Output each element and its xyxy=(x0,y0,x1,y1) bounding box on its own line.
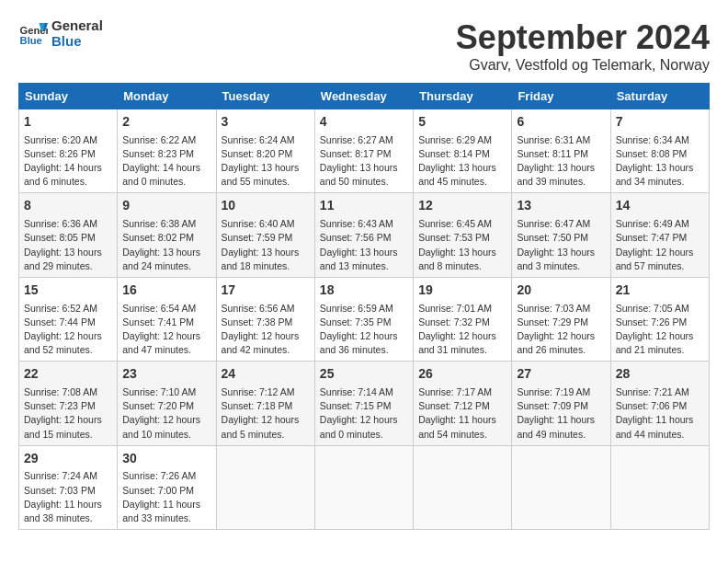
calendar-cell: 14Sunrise: 6:49 AMSunset: 7:47 PMDayligh… xyxy=(610,193,709,277)
calendar-cell: 19Sunrise: 7:01 AMSunset: 7:32 PMDayligh… xyxy=(414,277,512,361)
calendar-table: SundayMondayTuesdayWednesdayThursdayFrid… xyxy=(18,83,710,530)
day-number: 3 xyxy=(222,113,310,132)
calendar-cell: 4Sunrise: 6:27 AMSunset: 8:17 PMDaylight… xyxy=(314,109,413,193)
calendar-cell xyxy=(414,445,512,529)
calendar-cell: 12Sunrise: 6:45 AMSunset: 7:53 PMDayligh… xyxy=(414,193,512,277)
calendar-cell: 10Sunrise: 6:40 AMSunset: 7:59 PMDayligh… xyxy=(216,193,314,277)
day-number: 5 xyxy=(418,113,506,132)
calendar-cell: 9Sunrise: 6:38 AMSunset: 8:02 PMDaylight… xyxy=(118,193,216,277)
day-number: 12 xyxy=(418,197,506,215)
day-info: Sunrise: 7:10 AMSunset: 7:20 PMDaylight:… xyxy=(122,385,210,442)
calendar-cell: 3Sunrise: 6:24 AMSunset: 8:20 PMDaylight… xyxy=(216,109,314,193)
day-info: Sunrise: 6:54 AMSunset: 7:41 PMDaylight:… xyxy=(122,302,210,358)
calendar-cell: 18Sunrise: 6:59 AMSunset: 7:35 PMDayligh… xyxy=(314,277,413,361)
location-title: Gvarv, Vestfold og Telemark, Norway xyxy=(456,57,710,74)
day-info: Sunrise: 6:47 AMSunset: 7:50 PMDaylight:… xyxy=(517,217,605,273)
day-number: 25 xyxy=(320,365,408,384)
calendar-cell: 29Sunrise: 7:24 AMSunset: 7:03 PMDayligh… xyxy=(19,445,118,529)
day-info: Sunrise: 7:21 AMSunset: 7:06 PMDaylight:… xyxy=(616,385,704,442)
day-info: Sunrise: 6:31 AMSunset: 8:11 PMDaylight:… xyxy=(517,133,605,190)
day-info: Sunrise: 7:03 AMSunset: 7:29 PMDaylight:… xyxy=(517,302,605,358)
day-number: 21 xyxy=(616,282,704,300)
weekday-header-thursday: Thursday xyxy=(414,84,512,109)
day-info: Sunrise: 6:49 AMSunset: 7:47 PMDaylight:… xyxy=(616,217,704,273)
day-number: 4 xyxy=(320,113,408,132)
svg-text:Blue: Blue xyxy=(20,35,42,46)
calendar-cell: 30Sunrise: 7:26 AMSunset: 7:00 PMDayligh… xyxy=(118,445,216,529)
day-info: Sunrise: 6:36 AMSunset: 8:05 PMDaylight:… xyxy=(24,217,112,273)
title-block: September 2024 Gvarv, Vestfold og Telema… xyxy=(456,18,710,74)
week-row-3: 15Sunrise: 6:52 AMSunset: 7:44 PMDayligh… xyxy=(19,277,710,361)
week-row-1: 1Sunrise: 6:20 AMSunset: 8:26 PMDaylight… xyxy=(19,109,710,193)
day-number: 16 xyxy=(122,282,210,300)
day-info: Sunrise: 7:12 AMSunset: 7:18 PMDaylight:… xyxy=(222,385,310,442)
calendar-cell: 23Sunrise: 7:10 AMSunset: 7:20 PMDayligh… xyxy=(118,362,216,445)
calendar-cell: 25Sunrise: 7:14 AMSunset: 7:15 PMDayligh… xyxy=(314,362,413,445)
calendar-cell: 22Sunrise: 7:08 AMSunset: 7:23 PMDayligh… xyxy=(19,362,118,445)
day-info: Sunrise: 6:43 AMSunset: 7:56 PMDaylight:… xyxy=(320,217,408,273)
day-number: 8 xyxy=(24,197,112,215)
logo-icon: General Blue xyxy=(18,19,48,49)
calendar-cell xyxy=(314,445,413,529)
day-number: 11 xyxy=(320,197,408,215)
calendar-cell: 7Sunrise: 6:34 AMSunset: 8:08 PMDaylight… xyxy=(610,109,709,193)
day-number: 10 xyxy=(222,197,310,215)
logo: General Blue General Blue xyxy=(18,18,103,49)
day-info: Sunrise: 6:59 AMSunset: 7:35 PMDaylight:… xyxy=(320,302,408,358)
day-number: 18 xyxy=(320,282,408,300)
day-info: Sunrise: 7:17 AMSunset: 7:12 PMDaylight:… xyxy=(418,385,506,442)
day-number: 13 xyxy=(517,197,605,215)
calendar-cell: 2Sunrise: 6:22 AMSunset: 8:23 PMDaylight… xyxy=(118,109,216,193)
calendar-cell: 26Sunrise: 7:17 AMSunset: 7:12 PMDayligh… xyxy=(414,362,512,445)
day-info: Sunrise: 7:19 AMSunset: 7:09 PMDaylight:… xyxy=(517,385,605,442)
calendar-cell: 21Sunrise: 7:05 AMSunset: 7:26 PMDayligh… xyxy=(610,277,709,361)
calendar-cell: 15Sunrise: 6:52 AMSunset: 7:44 PMDayligh… xyxy=(19,277,118,361)
day-number: 24 xyxy=(222,365,310,384)
day-info: Sunrise: 6:22 AMSunset: 8:23 PMDaylight:… xyxy=(122,133,210,190)
day-number: 7 xyxy=(616,113,704,132)
day-number: 19 xyxy=(418,282,506,300)
day-info: Sunrise: 7:05 AMSunset: 7:26 PMDaylight:… xyxy=(616,302,704,358)
day-info: Sunrise: 6:20 AMSunset: 8:26 PMDaylight:… xyxy=(24,133,112,190)
day-info: Sunrise: 7:01 AMSunset: 7:32 PMDaylight:… xyxy=(418,302,506,358)
day-number: 22 xyxy=(24,365,112,384)
day-info: Sunrise: 6:56 AMSunset: 7:38 PMDaylight:… xyxy=(222,302,310,358)
day-number: 17 xyxy=(222,282,310,300)
day-number: 29 xyxy=(24,450,112,468)
weekday-header-wednesday: Wednesday xyxy=(314,84,413,109)
day-info: Sunrise: 7:26 AMSunset: 7:00 PMDaylight:… xyxy=(122,469,210,525)
day-info: Sunrise: 6:34 AMSunset: 8:08 PMDaylight:… xyxy=(616,133,704,190)
day-number: 27 xyxy=(517,365,605,384)
calendar-cell: 11Sunrise: 6:43 AMSunset: 7:56 PMDayligh… xyxy=(314,193,413,277)
day-info: Sunrise: 6:24 AMSunset: 8:20 PMDaylight:… xyxy=(222,133,310,190)
weekday-header-friday: Friday xyxy=(512,84,610,109)
weekday-header-saturday: Saturday xyxy=(610,84,709,109)
week-row-5: 29Sunrise: 7:24 AMSunset: 7:03 PMDayligh… xyxy=(19,445,710,529)
calendar-cell: 20Sunrise: 7:03 AMSunset: 7:29 PMDayligh… xyxy=(512,277,610,361)
calendar-cell: 27Sunrise: 7:19 AMSunset: 7:09 PMDayligh… xyxy=(512,362,610,445)
day-number: 15 xyxy=(24,282,112,300)
calendar-cell: 6Sunrise: 6:31 AMSunset: 8:11 PMDaylight… xyxy=(512,109,610,193)
day-number: 26 xyxy=(418,365,506,384)
weekday-header-sunday: Sunday xyxy=(19,84,118,109)
day-info: Sunrise: 6:27 AMSunset: 8:17 PMDaylight:… xyxy=(320,133,408,190)
calendar-cell: 17Sunrise: 6:56 AMSunset: 7:38 PMDayligh… xyxy=(216,277,314,361)
calendar-cell: 16Sunrise: 6:54 AMSunset: 7:41 PMDayligh… xyxy=(118,277,216,361)
calendar-cell xyxy=(216,445,314,529)
day-info: Sunrise: 7:24 AMSunset: 7:03 PMDaylight:… xyxy=(24,469,112,525)
week-row-2: 8Sunrise: 6:36 AMSunset: 8:05 PMDaylight… xyxy=(19,193,710,277)
day-number: 28 xyxy=(616,365,704,384)
day-number: 30 xyxy=(122,450,210,468)
day-number: 14 xyxy=(616,197,704,215)
day-info: Sunrise: 6:45 AMSunset: 7:53 PMDaylight:… xyxy=(418,217,506,273)
day-number: 1 xyxy=(24,113,112,132)
day-number: 9 xyxy=(122,197,210,215)
day-info: Sunrise: 6:40 AMSunset: 7:59 PMDaylight:… xyxy=(222,217,310,273)
calendar-cell: 1Sunrise: 6:20 AMSunset: 8:26 PMDaylight… xyxy=(19,109,118,193)
day-info: Sunrise: 7:08 AMSunset: 7:23 PMDaylight:… xyxy=(24,385,112,442)
day-number: 6 xyxy=(517,113,605,132)
calendar-cell xyxy=(512,445,610,529)
weekday-header-row: SundayMondayTuesdayWednesdayThursdayFrid… xyxy=(19,84,710,109)
weekday-header-tuesday: Tuesday xyxy=(216,84,314,109)
day-info: Sunrise: 6:29 AMSunset: 8:14 PMDaylight:… xyxy=(418,133,506,190)
